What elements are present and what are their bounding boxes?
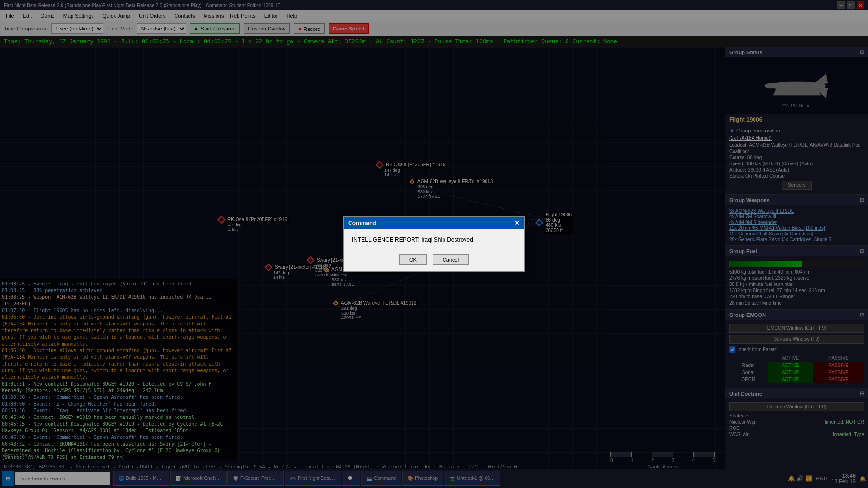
dialog-buttons: OK Cancel <box>344 251 524 271</box>
dialog-ok-btn[interactable]: OK <box>399 254 427 265</box>
dialog-cancel-btn[interactable]: Cancel <box>433 254 469 265</box>
dialog-body: INTELLIGENCE REPORT: Iraqi Ship Destroye… <box>344 229 524 251</box>
dialog-message: INTELLIGENCE REPORT: Iraqi Ship Destroye… <box>352 236 516 243</box>
dialog-box: Command ✕ INTELLIGENCE REPORT: Iraqi Shi… <box>343 216 525 272</box>
dialog-title: Command <box>348 220 376 226</box>
command-dialog: Command ✕ INTELLIGENCE REPORT: Iraqi Shi… <box>0 0 868 488</box>
dialog-title-bar: Command ✕ <box>344 217 524 229</box>
dialog-close-btn[interactable]: ✕ <box>514 219 520 227</box>
